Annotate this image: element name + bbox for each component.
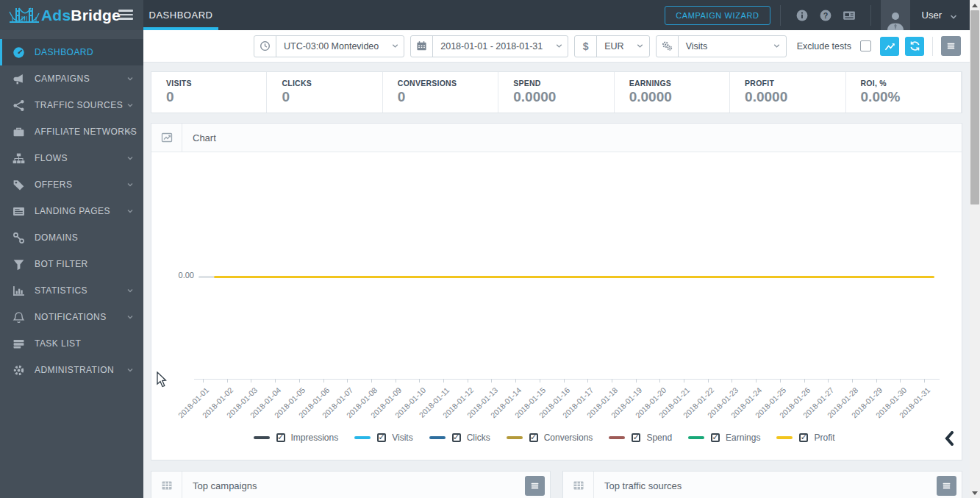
tab-dashboard[interactable]: DASHBOARD bbox=[143, 0, 218, 30]
metric-select[interactable]: Visits bbox=[656, 35, 787, 57]
stat-label: PROFIT bbox=[745, 79, 845, 88]
sidebar-item-administration[interactable]: ADMINISTRATION bbox=[0, 357, 143, 383]
tick-mark bbox=[515, 379, 516, 383]
gears-icon bbox=[657, 36, 679, 57]
share-icon bbox=[12, 99, 25, 112]
legend-entry: Profit bbox=[776, 433, 834, 443]
timezone-value: UTC-03:00 Montevideo bbox=[276, 41, 386, 51]
refresh-button[interactable] bbox=[905, 37, 924, 56]
sidebar-item-campaigns[interactable]: CAMPAIGNS bbox=[0, 65, 143, 92]
sidebar-item-domains[interactable]: DOMAINS bbox=[0, 224, 143, 251]
info-icon[interactable] bbox=[795, 9, 809, 22]
sidebar-item-traffic-sources[interactable]: TRAFFIC SOURCES bbox=[0, 92, 143, 118]
topbar: DASHBOARD CAMPAIGN WIZARD ? User bbox=[143, 0, 970, 30]
tick-mark bbox=[347, 379, 348, 383]
sidebar-item-affiliate-networks[interactable]: AFFILIATE NETWORKS bbox=[0, 118, 143, 145]
chevron-left-icon[interactable] bbox=[944, 431, 954, 446]
tick-mark bbox=[924, 379, 925, 383]
currency-select[interactable]: $ EUR bbox=[574, 35, 649, 57]
sitemap-icon bbox=[12, 152, 25, 165]
legend-checkbox[interactable] bbox=[452, 433, 461, 442]
chevron-down-icon bbox=[550, 42, 568, 50]
exclude-tests-checkbox[interactable] bbox=[860, 40, 871, 51]
bottom-panels-row: Top campaigns Top traffic sources bbox=[151, 471, 962, 498]
date-range-select[interactable]: 2018-01-01 - 2018-01-31 bbox=[410, 35, 568, 57]
sidebar-item-dashboard[interactable]: DASHBOARD bbox=[0, 39, 143, 65]
trend-chart-button[interactable] bbox=[880, 37, 899, 56]
panel-menu-button[interactable] bbox=[525, 476, 545, 496]
table-icon bbox=[151, 472, 182, 498]
sidebar-item-bot-filter[interactable]: BOT FILTER bbox=[0, 251, 143, 277]
legend-checkbox[interactable] bbox=[632, 433, 640, 442]
link-icon bbox=[12, 232, 25, 244]
sidebar-item-flows[interactable]: FLOWS bbox=[0, 145, 143, 171]
menu-icon bbox=[945, 40, 956, 51]
tick-mark bbox=[419, 379, 420, 383]
pages-icon bbox=[12, 205, 25, 218]
user-chevron-down-icon[interactable] bbox=[949, 11, 958, 20]
help-icon[interactable]: ? bbox=[819, 9, 832, 22]
legend-checkbox[interactable] bbox=[377, 433, 386, 442]
layout-menu-button[interactable] bbox=[941, 36, 961, 56]
legend-series-label: Impressions bbox=[291, 433, 339, 443]
legend-checkbox[interactable] bbox=[276, 433, 285, 442]
sidebar-item-label: TRAFFIC SOURCES bbox=[35, 100, 123, 110]
campaign-wizard-button[interactable]: CAMPAIGN WIZARD bbox=[665, 6, 770, 25]
sidebar-item-label: NOTIFICATIONS bbox=[35, 312, 107, 322]
stat-label: EARNINGS bbox=[629, 79, 729, 88]
tick-mark bbox=[468, 379, 468, 383]
sidebar-item-label: ADMINISTRATION bbox=[35, 365, 114, 375]
panel-header: Top campaigns bbox=[151, 472, 550, 498]
stat-value: 0 bbox=[166, 89, 266, 105]
legend-checkbox[interactable] bbox=[711, 433, 720, 442]
sidebar-item-task-list[interactable]: TASK LIST bbox=[0, 330, 143, 357]
chevron-down-icon bbox=[126, 181, 134, 188]
stat-label: ROI, % bbox=[861, 79, 961, 88]
panel-title: Top traffic sources bbox=[594, 480, 682, 491]
timezone-select[interactable]: UTC-03:00 Montevideo bbox=[254, 35, 404, 57]
legend-series-label: Clicks bbox=[467, 433, 490, 443]
scroll-down-arrow[interactable] bbox=[970, 488, 980, 498]
user-menu-label[interactable]: User bbox=[922, 10, 942, 21]
sidebar-item-offers[interactable]: OFFERS bbox=[0, 171, 143, 198]
briefcase-icon bbox=[12, 126, 25, 138]
tick-mark bbox=[540, 379, 540, 383]
avatar[interactable] bbox=[881, 0, 910, 30]
legend-checkbox[interactable] bbox=[529, 433, 538, 442]
legend-entry: Conversions bbox=[507, 433, 593, 443]
brand-name-b: Bridge bbox=[71, 7, 121, 24]
y-axis-tick-label: 0.00 bbox=[166, 271, 194, 280]
legend-color-swatch bbox=[354, 436, 371, 439]
refresh-icon bbox=[909, 40, 920, 51]
top-list-panel: Top campaigns bbox=[151, 471, 551, 498]
legend-entry: Earnings bbox=[688, 433, 760, 443]
chevron-down-icon bbox=[126, 366, 134, 374]
bell-icon bbox=[12, 311, 25, 324]
dollar-icon: $ bbox=[575, 36, 597, 57]
tick-mark bbox=[491, 379, 492, 383]
sidebar-item-landing-pages[interactable]: LANDING PAGES bbox=[0, 198, 143, 224]
tick-mark bbox=[852, 379, 853, 383]
topbar-divider bbox=[780, 5, 781, 26]
sidebar-item-notifications[interactable]: NOTIFICATIONS bbox=[0, 304, 143, 330]
legend-color-swatch bbox=[507, 436, 523, 439]
svg-text:?: ? bbox=[823, 10, 828, 19]
scrollbar-thumb[interactable] bbox=[970, 10, 979, 204]
sidebar-item-label: FLOWS bbox=[35, 153, 68, 163]
sidebar-toggle-icon[interactable] bbox=[118, 10, 133, 22]
legend-series-label: Visits bbox=[392, 433, 412, 443]
legend-checkbox[interactable] bbox=[799, 433, 808, 442]
legend-entry: Visits bbox=[354, 433, 412, 443]
tick-mark bbox=[828, 379, 829, 383]
legend-series-label: Profit bbox=[814, 433, 834, 443]
scroll-up-arrow[interactable] bbox=[970, 0, 980, 10]
tick-mark bbox=[564, 379, 565, 383]
stat-value: 0 bbox=[282, 89, 382, 105]
sidebar-item-statistics[interactable]: STATISTICS bbox=[0, 277, 143, 304]
legend-color-swatch bbox=[609, 436, 625, 439]
tick-mark bbox=[780, 379, 781, 383]
stat-cell: PROFIT 0.0000 bbox=[730, 72, 845, 113]
news-icon[interactable] bbox=[843, 9, 856, 22]
tick-mark bbox=[443, 379, 444, 383]
panel-menu-button[interactable] bbox=[937, 476, 956, 496]
